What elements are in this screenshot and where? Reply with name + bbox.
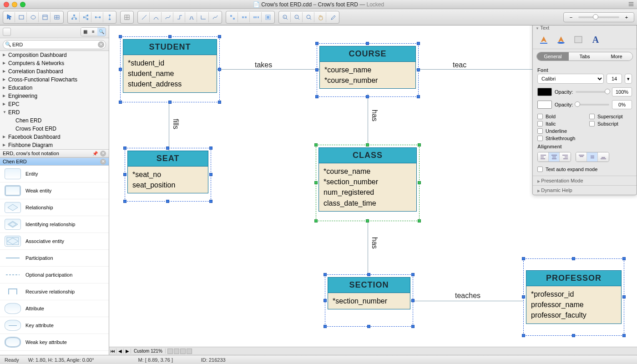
zoom-readout[interactable]: Custom 121% <box>131 349 166 354</box>
inspector-presentation-mode[interactable]: Presentation Mode <box>533 176 637 185</box>
connector-teaches[interactable] <box>410 301 524 301</box>
list-view-icon[interactable]: ≡ <box>89 28 97 36</box>
stencil-list[interactable]: Entity Weak entity Relationship Identify… <box>0 166 109 355</box>
align-dist-tool-4[interactable] <box>263 12 273 22</box>
routed-tool[interactable] <box>186 12 197 22</box>
text-box-icon[interactable] <box>572 34 585 45</box>
library-tree[interactable]: Composition Dashboard Computers & Networ… <box>0 51 109 149</box>
tree-item[interactable]: Education <box>0 84 109 92</box>
text-a-icon[interactable]: A <box>589 34 602 45</box>
entity-professor[interactable]: PROFESSOR *professor_id professor_name p… <box>526 270 622 324</box>
inspector-group-text[interactable]: Text <box>536 25 634 30</box>
line-tool[interactable] <box>139 12 150 22</box>
tree-item[interactable]: Computers & Networks <box>0 59 109 67</box>
bezier-tool[interactable] <box>210 12 221 22</box>
zoom-slider[interactable] <box>578 16 619 18</box>
elbow-tool[interactable] <box>174 12 185 22</box>
arc-tool[interactable] <box>151 12 162 22</box>
check-bold[interactable]: Bold <box>537 114 580 119</box>
pointer-tool[interactable] <box>4 12 15 22</box>
entity-seat[interactable]: SEAT *seat_no seat_position <box>127 151 208 193</box>
entity-section[interactable]: SECTION *section_number <box>328 277 410 309</box>
toolbar-overflow-icon[interactable] <box>628 1 634 7</box>
bg-opacity-value[interactable]: 0% <box>612 100 632 109</box>
entity-class[interactable]: CLASS *course_name *section_number num_r… <box>318 147 417 212</box>
bg-opacity-slider[interactable] <box>576 104 609 106</box>
search-view-icon[interactable]: 🔍 <box>97 28 106 36</box>
chain-tool[interactable] <box>92 12 103 22</box>
tree-item[interactable]: Facebook Dashboard <box>0 133 109 141</box>
tree-item-erd[interactable]: ERD <box>0 108 109 116</box>
page-first-icon[interactable]: ⏮ <box>109 349 116 354</box>
connector-takes[interactable] <box>217 69 319 70</box>
entity-student[interactable]: STUDENT *student_id student_name student… <box>123 39 217 93</box>
rect-tool[interactable] <box>16 12 27 22</box>
tree-right-tool[interactable] <box>81 12 91 22</box>
stencil-item[interactable]: Weak key attribute <box>0 334 109 351</box>
insert-tool[interactable] <box>121 12 132 22</box>
stencil-tab-crowsfoot[interactable]: ERD, crow's foot notation 📌 ✕ <box>0 149 109 157</box>
valign-top[interactable] <box>576 152 587 162</box>
font-size-stepper[interactable]: ▾ <box>625 74 632 84</box>
bg-color-swatch[interactable] <box>537 101 552 109</box>
close-icon[interactable]: ✕ <box>100 151 106 157</box>
tree-item[interactable]: Composition Dashboard <box>0 51 109 59</box>
align-right[interactable] <box>560 152 571 162</box>
text-tool[interactable] <box>40 12 51 22</box>
library-palette-icon[interactable] <box>3 28 11 36</box>
close-icon[interactable]: ✕ <box>100 159 106 165</box>
tree-item[interactable]: Engineering <box>0 92 109 100</box>
tab-more[interactable]: More <box>601 52 632 61</box>
zoom-plus-icon[interactable]: + <box>623 15 630 20</box>
zoom-minus-icon[interactable]: − <box>567 15 575 20</box>
check-text-auto-expand[interactable]: Text auto expand mode <box>537 167 632 172</box>
stencil-item[interactable]: Entity <box>0 166 109 182</box>
tree-child[interactable]: Crows Foot ERD <box>0 125 109 133</box>
font-size-input[interactable]: 14 <box>607 74 622 84</box>
connector-has-class-section[interactable] <box>368 219 368 276</box>
tree-item[interactable]: Correlation Dashboard <box>0 67 109 76</box>
inspector-tabs[interactable]: General Tabs More <box>536 52 633 61</box>
valign-middle[interactable] <box>587 152 598 162</box>
ellipse-tool[interactable] <box>28 12 39 22</box>
page-prev-icon[interactable]: ◀ <box>116 349 124 354</box>
eyedropper-tool[interactable] <box>327 12 338 22</box>
pin-icon[interactable]: 📌 <box>92 151 98 156</box>
search-input[interactable] <box>3 40 106 49</box>
grid-view-icon[interactable]: ▦ <box>81 28 89 36</box>
check-subscript[interactable]: Subscript <box>589 121 632 126</box>
tab-tabs[interactable]: Tabs <box>569 52 601 61</box>
connector-fills[interactable] <box>169 101 169 151</box>
stencil-item[interactable]: Optional participation <box>0 267 109 283</box>
tree-item[interactable]: Cross-Functional Flowcharts <box>0 76 109 84</box>
text-color-swatch[interactable] <box>537 88 552 96</box>
text-bg-icon[interactable] <box>555 34 567 45</box>
check-underline[interactable]: Underline <box>537 128 580 134</box>
stencil-item[interactable]: Relationship <box>0 199 109 216</box>
align-dist-tool-1[interactable] <box>227 12 238 22</box>
zoom-out-tool[interactable]: − <box>292 12 303 22</box>
pan-tool[interactable] <box>315 12 326 22</box>
entity-course[interactable]: COURSE *course_name *course_number <box>319 46 416 89</box>
stencil-item[interactable]: Participation <box>0 250 109 267</box>
table-tool[interactable] <box>51 12 62 22</box>
check-strikethrough[interactable]: Strikethrough <box>537 136 580 141</box>
tree-item[interactable]: EPC <box>0 100 109 108</box>
zoom-in-tool[interactable]: + <box>280 12 291 22</box>
font-select[interactable]: Calibri <box>537 74 604 84</box>
check-superscript[interactable]: Superscript <box>589 114 632 119</box>
stencil-tab-chen[interactable]: Chen ERD ✕ <box>0 157 109 166</box>
stencil-item[interactable]: Associative entity <box>0 233 109 250</box>
zoom-region-tool[interactable] <box>303 12 314 22</box>
stencil-item[interactable]: Key attribute <box>0 317 109 334</box>
stencil-item[interactable]: Recursive relationship <box>0 283 109 300</box>
page-next-icon[interactable]: ▶ <box>124 349 131 354</box>
align-center[interactable] <box>549 152 560 162</box>
tree-child[interactable]: Chen ERD <box>0 116 109 125</box>
library-view-toggle[interactable]: ▦ ≡ 🔍 <box>81 27 106 36</box>
stencil-item[interactable]: Identifying relationship <box>0 216 109 233</box>
smart-tool[interactable] <box>198 12 209 22</box>
align-dist-tool-3[interactable] <box>251 12 262 22</box>
chain-down-tool[interactable] <box>104 12 115 22</box>
align-dist-tool-2[interactable] <box>239 12 250 22</box>
